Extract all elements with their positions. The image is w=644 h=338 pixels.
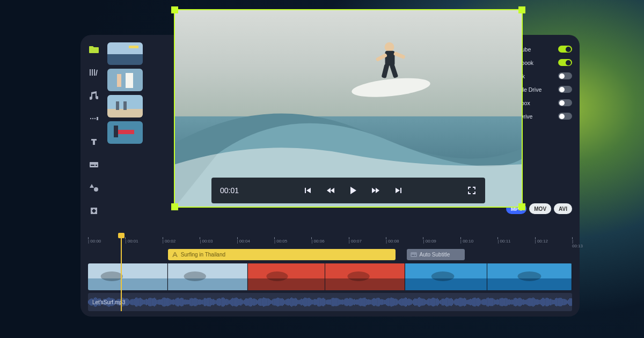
format-option[interactable]: MOV [529, 203, 551, 214]
svg-rect-145 [169, 298, 169, 306]
video-clip[interactable] [487, 263, 572, 290]
video-clip[interactable] [325, 263, 405, 290]
toggle-switch[interactable] [558, 113, 572, 120]
svg-rect-222 [260, 298, 260, 306]
svg-rect-317 [372, 299, 372, 305]
svg-rect-7 [97, 117, 98, 120]
resize-handle[interactable] [518, 203, 525, 210]
svg-rect-440 [517, 299, 518, 306]
toggle-switch[interactable] [558, 59, 572, 66]
svg-rect-139 [162, 299, 162, 305]
media-thumb[interactable] [107, 42, 143, 65]
media-thumb[interactable] [107, 121, 143, 144]
svg-rect-470 [553, 300, 553, 304]
resize-handle[interactable] [171, 6, 178, 13]
video-clip[interactable] [248, 263, 325, 290]
svg-rect-401 [471, 299, 472, 305]
toggle-switch[interactable] [558, 72, 572, 79]
skip-start-button[interactable] [303, 186, 313, 195]
effects-icon[interactable] [88, 205, 100, 217]
svg-rect-200 [233, 298, 234, 306]
svg-rect-350 [411, 299, 412, 304]
subtitle-icon[interactable] [88, 159, 100, 171]
library-icon[interactable] [88, 67, 100, 78]
video-clip[interactable] [168, 263, 248, 290]
svg-rect-281 [330, 299, 330, 305]
svg-rect-411 [483, 299, 484, 305]
svg-rect-381 [448, 298, 448, 306]
svg-rect-276 [324, 298, 324, 306]
video-clip[interactable] [88, 263, 168, 290]
svg-point-76 [518, 271, 541, 281]
svg-rect-445 [523, 299, 524, 305]
svg-rect-403 [474, 298, 474, 306]
svg-rect-205 [239, 299, 240, 305]
playback-controls: 00:01 [211, 178, 485, 203]
svg-rect-3 [96, 70, 98, 76]
svg-rect-119 [138, 298, 138, 306]
resize-handle[interactable] [518, 6, 525, 13]
music-icon[interactable] [88, 90, 100, 101]
svg-rect-187 [218, 298, 218, 306]
svg-rect-286 [335, 298, 336, 306]
svg-marker-38 [306, 188, 311, 193]
playhead[interactable] [121, 237, 122, 311]
svg-rect-303 [355, 300, 356, 305]
svg-rect-262 [307, 298, 308, 306]
svg-rect-2 [94, 69, 95, 76]
svg-rect-304 [356, 299, 357, 305]
svg-rect-395 [464, 298, 465, 306]
time-ruler[interactable]: | 00:00| 00:01| 00:02| 00:03| 00:04| 00:… [88, 239, 572, 246]
audio-track[interactable]: Let'sSurf.mp3 [88, 293, 572, 311]
forward-button[interactable] [371, 186, 380, 195]
rewind-button[interactable] [326, 186, 335, 195]
svg-rect-254 [297, 300, 298, 305]
svg-rect-298 [349, 298, 350, 306]
svg-rect-458 [539, 300, 539, 304]
svg-rect-26 [118, 130, 134, 134]
svg-rect-412 [484, 299, 485, 305]
text-icon[interactable] [88, 136, 100, 148]
svg-rect-149 [173, 299, 174, 305]
toggle-switch[interactable] [558, 86, 572, 93]
svg-rect-296 [347, 298, 348, 306]
video-clip[interactable] [405, 263, 487, 290]
svg-rect-390 [458, 298, 459, 305]
media-thumb[interactable] [107, 95, 143, 117]
svg-rect-386 [453, 300, 454, 304]
resize-handle[interactable] [171, 203, 178, 210]
svg-rect-174 [203, 299, 203, 305]
play-button[interactable] [348, 186, 358, 195]
media-thumb[interactable] [107, 69, 143, 91]
svg-rect-172 [200, 299, 201, 305]
fullscreen-button[interactable] [467, 186, 477, 195]
toggle-switch[interactable] [558, 46, 572, 53]
svg-rect-380 [447, 298, 447, 307]
svg-rect-327 [384, 300, 384, 305]
svg-rect-310 [364, 298, 364, 306]
shapes-icon[interactable] [88, 182, 100, 194]
transition-icon[interactable] [88, 113, 100, 124]
svg-rect-130 [151, 298, 151, 306]
text-clip[interactable]: Surfing in Thailand [168, 249, 396, 260]
svg-rect-309 [362, 298, 363, 306]
video-track[interactable] [88, 263, 572, 290]
preview-canvas[interactable]: 00:01 [174, 9, 523, 208]
time-tick: | 00:13 [572, 239, 583, 248]
auto-subtitle-clip[interactable]: Auto Subtitle [407, 249, 465, 260]
svg-rect-137 [159, 299, 159, 305]
svg-point-6 [94, 118, 96, 119]
svg-rect-161 [187, 300, 188, 305]
folder-icon[interactable] [88, 43, 100, 55]
text-track[interactable]: Surfing in Thailand Auto Subtitle [88, 249, 572, 261]
toggle-switch[interactable] [558, 99, 572, 106]
svg-rect-9 [91, 165, 94, 166]
svg-rect-203 [237, 298, 238, 306]
svg-rect-347 [407, 299, 408, 305]
format-option[interactable]: AVI [554, 203, 572, 214]
skip-end-button[interactable] [393, 186, 403, 195]
svg-rect-384 [451, 298, 452, 306]
svg-rect-154 [179, 298, 180, 305]
svg-rect-292 [342, 299, 343, 305]
svg-rect-457 [538, 299, 538, 305]
